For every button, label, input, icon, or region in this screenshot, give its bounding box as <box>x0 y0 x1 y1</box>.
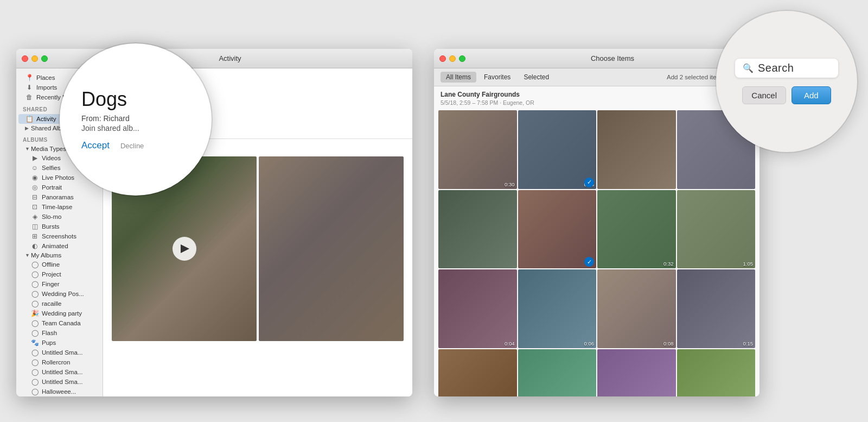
sidebar-item-untitled1[interactable]: ◯Untitled Sma... <box>18 348 100 357</box>
sidebar-item-racaille[interactable]: ◯racaille <box>18 299 100 308</box>
photo-item-14[interactable] <box>518 349 597 397</box>
panoramas-icon: ⊟ <box>30 193 39 201</box>
magnifier-left: Dogs From: Richard Join shared alb... Ac… <box>60 43 212 196</box>
mag-bottom-buttons: Cancel Add <box>742 86 831 104</box>
close-button[interactable] <box>22 55 28 62</box>
photo-grid-right: 0:30 0:05 ✓ ✓ 0:32 1:05 0:04 <box>434 109 760 396</box>
wedding-pos-icon: ◯ <box>30 290 39 298</box>
sidebar-item-untitled2[interactable]: ◯Untitled Sma... <box>18 367 100 377</box>
play-button[interactable] <box>173 237 196 261</box>
sidebar-item-untitled3[interactable]: ◯Untitled Sma... <box>18 377 100 387</box>
photo-item-5[interactable] <box>438 190 517 269</box>
right-toolbar: All Items Favorites Selected Add 2 selec… <box>434 68 760 86</box>
search-bar[interactable]: 🔍 Search <box>735 59 838 78</box>
photo-item-2[interactable]: 0:05 ✓ <box>518 110 597 189</box>
photo-item-12[interactable]: 0:15 <box>677 269 756 348</box>
right-titlebar: Choose Items <box>434 49 760 68</box>
search-icon: 🔍 <box>743 63 754 73</box>
photo-woman[interactable] <box>259 156 404 341</box>
sidebar-item-panoramas[interactable]: ⊟ Panoramas <box>18 192 100 202</box>
team-canada-icon: ◯ <box>30 319 39 327</box>
sidebar-item-pups[interactable]: 🐾Pups <box>18 338 100 348</box>
sidebar-item-my-albums[interactable]: ▼ My Albums <box>18 251 100 260</box>
photo-item-16[interactable] <box>677 349 756 397</box>
photo-item-11[interactable]: 0:08 <box>597 269 676 348</box>
location-header: Lane County Fairgrounds <box>434 86 760 99</box>
sidebar-item-project[interactable]: ◯Project <box>18 269 100 279</box>
traffic-lights <box>22 55 48 62</box>
sidebar-item-bursts[interactable]: ◫ Bursts <box>18 222 100 231</box>
sidebar-item-wedding-pos[interactable]: ◯Wedding Pos... <box>18 289 100 299</box>
mag-actions: Accept Decline <box>81 140 144 151</box>
sidebar-item-offline[interactable]: ◯Offline <box>18 260 100 269</box>
right-window: Choose Items All Items Favorites Selecte… <box>434 49 760 396</box>
sidebar-item-wedding-party[interactable]: 🎉Wedding party <box>18 308 100 318</box>
photo-item-8[interactable]: 1:05 <box>677 190 756 269</box>
mag-decline-button[interactable]: Decline <box>120 142 144 150</box>
photo-item-10[interactable]: 0:06 <box>518 269 597 348</box>
photo-item-13[interactable] <box>438 349 517 397</box>
photo-duration-9: 0:04 <box>505 341 515 347</box>
right-maximize-button[interactable] <box>459 55 465 62</box>
sidebar-item-animated[interactable]: ◐ Animated <box>18 241 100 251</box>
search-text: Search <box>758 62 794 74</box>
right-close-button[interactable] <box>439 55 446 62</box>
sidebar-item-timelapse[interactable]: ⊡ Time-lapse <box>18 202 100 212</box>
mag-album-title: Dogs <box>81 88 127 111</box>
photo-duration-11: 0:08 <box>663 341 674 347</box>
pups-icon: 🐾 <box>30 339 39 347</box>
chevron-icon: ▶ <box>25 125 29 131</box>
cancel-button[interactable]: Cancel <box>742 86 786 104</box>
sidebar-item-rollercron[interactable]: ◯Rollercron <box>18 357 100 367</box>
selected-badge-2: ✓ <box>584 178 594 187</box>
photo-item-7[interactable]: 0:32 <box>597 190 676 269</box>
photo-item-3[interactable] <box>597 110 676 189</box>
trash-icon: 🗑 <box>25 93 34 101</box>
expand-icon: ▼ <box>25 146 29 152</box>
rollercron-icon: ◯ <box>30 358 39 366</box>
activity-icon: 📋 <box>25 115 34 123</box>
sidebar-item-portrait[interactable]: ◎ Portrait <box>18 182 100 192</box>
minimize-button[interactable] <box>31 55 38 62</box>
location-sub: 5/5/18, 2:59 – 7:58 PM · Eugene, OR <box>434 99 760 109</box>
photo-item-1[interactable]: 0:30 <box>438 110 517 189</box>
tab-favorites[interactable]: Favorites <box>478 72 516 83</box>
sidebar-item-halloweee[interactable]: ◯Halloweee... <box>18 387 100 396</box>
mag-join: Join shared alb... <box>81 124 139 133</box>
mag-accept-button[interactable]: Accept <box>81 140 110 151</box>
photo-item-6[interactable]: ✓ <box>518 190 597 269</box>
photo-duration-12: 0:15 <box>743 341 754 347</box>
animated-icon: ◐ <box>30 242 39 250</box>
left-titlebar: Activity <box>16 49 412 68</box>
expand-my-albums-icon: ▼ <box>25 253 29 258</box>
woman-photo-bg <box>259 156 404 341</box>
tab-selected[interactable]: Selected <box>518 72 554 83</box>
sidebar-item-team-canada[interactable]: ◯Team Canada <box>18 318 100 328</box>
live-photos-icon: ◉ <box>30 174 39 181</box>
right-content: Lane County Fairgrounds 5/5/18, 2:59 – 7… <box>434 86 760 396</box>
tab-all-items[interactable]: All Items <box>441 72 476 83</box>
sidebar-item-flash[interactable]: ◯Flash <box>18 328 100 338</box>
sidebar-item-finger[interactable]: ◯Finger <box>18 279 100 289</box>
bursts-icon: ◫ <box>30 223 39 230</box>
filter-tabs: All Items Favorites Selected <box>441 72 554 83</box>
sidebar-item-screenshots[interactable]: ⊞ Screenshots <box>18 231 100 241</box>
sidebar-item-slomo[interactable]: ◈ Slo-mo <box>18 212 100 222</box>
photo-duration-8: 1:05 <box>743 261 754 267</box>
photo-duration-1: 0:30 <box>505 181 515 187</box>
photo-item-9[interactable]: 0:04 <box>438 269 517 348</box>
imports-icon: ⬇ <box>25 84 34 91</box>
project-icon: ◯ <box>30 270 39 278</box>
flash-icon: ◯ <box>30 329 39 337</box>
photo-item-15[interactable] <box>597 349 676 397</box>
maximize-button[interactable] <box>41 55 48 62</box>
portrait-icon: ◎ <box>30 184 39 191</box>
videos-icon: ▶ <box>30 154 39 162</box>
photo-duration-7: 0:32 <box>663 261 674 267</box>
selfies-icon: ☺ <box>30 164 39 172</box>
selected-badge-6: ✓ <box>584 257 594 267</box>
add-button[interactable]: Add <box>792 86 831 104</box>
places-icon: 📍 <box>25 74 34 81</box>
offline-icon: ◯ <box>30 261 39 268</box>
right-minimize-button[interactable] <box>449 55 456 62</box>
